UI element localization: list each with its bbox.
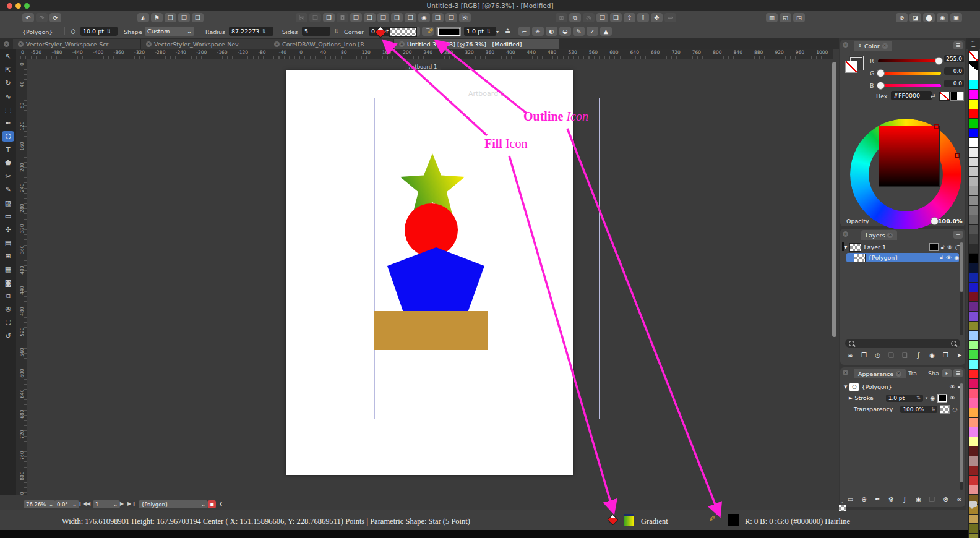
clone-page-icon[interactable]: ❐	[405, 13, 416, 22]
first-page-button[interactable]: ❙◀	[78, 501, 87, 506]
redo-icon[interactable]: ↷	[36, 13, 48, 22]
color-swatch[interactable]	[969, 70, 978, 80]
layer-row-selected[interactable]: {Polygon} 🔓︎ 👁︎ ◉	[846, 253, 959, 262]
color-swatch[interactable]	[969, 90, 978, 100]
color-swatch[interactable]	[969, 302, 978, 312]
color-swatch[interactable]	[969, 408, 978, 418]
target-dim-icon[interactable]: ◎	[583, 13, 595, 22]
blend-tool[interactable]: ⧉	[2, 291, 14, 301]
zoom-level-dropdown[interactable]: 76.26%⌄	[24, 500, 56, 508]
paste-style-icon[interactable]: ⎘	[296, 13, 307, 22]
send-back-icon[interactable]: ❏	[610, 13, 622, 22]
style-settings-icon[interactable]: ⚙	[886, 495, 896, 504]
flag-icon[interactable]: ⚑	[151, 13, 163, 22]
object-selector-dropdown[interactable]: {Polygon}⌄	[139, 500, 208, 508]
dock-collapse-icon[interactable]: ⌄	[840, 498, 845, 504]
layer-duplicate-icon[interactable]: ❐	[859, 351, 869, 360]
disclosure-icon[interactable]: ▼	[844, 385, 847, 390]
color-swatch[interactable]	[969, 129, 978, 139]
sides-stepper[interactable]: ⇅	[334, 28, 338, 34]
pressure-icon[interactable]: ▲	[600, 27, 612, 36]
close-tab-icon[interactable]: ✕	[896, 371, 901, 377]
next-page-button[interactable]: ▶	[120, 501, 124, 506]
calligraphy-icon[interactable]: ✎	[573, 27, 585, 36]
paste-icon[interactable]: ❏	[309, 13, 321, 22]
collapse-left-icon[interactable]: ❮	[219, 501, 224, 506]
page-export-icon[interactable]: ⎘	[459, 13, 471, 22]
style-snapshot-icon[interactable]: ◉	[913, 495, 924, 504]
stroke-color-swatch[interactable]	[937, 394, 947, 403]
appearance-panel-tab[interactable]: Appearance✕	[854, 369, 906, 378]
layers-scrollbar[interactable]	[960, 242, 963, 335]
color-swatch[interactable]	[969, 234, 978, 244]
blue-value[interactable]: 0.0	[944, 80, 964, 87]
layers-search-field[interactable]	[845, 339, 960, 348]
remove-style-icon[interactable]: ⊗	[940, 495, 951, 504]
panel-close-icon[interactable]: ✕	[843, 370, 848, 375]
status-fill-icon[interactable]	[609, 516, 617, 525]
layer-merge-icon[interactable]: ❑	[900, 351, 910, 360]
color-swatch[interactable]	[969, 206, 978, 216]
target-icon[interactable]: ◉	[954, 255, 959, 261]
layer-effects-icon[interactable]: ƒ	[913, 351, 924, 360]
duplicate-style-icon[interactable]: ❐	[927, 495, 937, 504]
close-tab-icon[interactable]: ✕	[274, 41, 280, 47]
color-swatch[interactable]	[969, 466, 978, 476]
color-swatch[interactable]	[969, 322, 978, 331]
transparency-property-row[interactable]: Transparency 100.0%⇅ ◌	[854, 404, 961, 414]
group-pages-icon[interactable]: ❑	[165, 13, 176, 22]
color-swatch[interactable]	[969, 100, 978, 109]
corner-join-icon[interactable]: ⌐	[518, 27, 530, 36]
lasso-tool[interactable]: ∿	[2, 92, 14, 102]
bring-front-icon[interactable]: ❐	[596, 13, 608, 22]
stroke-property-row[interactable]: ▶ Stroke 1.0 pt⇅ ▾ ◉ 👁︎	[849, 393, 961, 403]
symbol-tool[interactable]: ◙	[2, 278, 14, 288]
rotate-view-tool[interactable]: ↻	[2, 78, 14, 88]
stroke-width-field[interactable]: 1.0 pt⇅	[464, 27, 496, 36]
color-swatch[interactable]	[969, 273, 978, 283]
panel-menu-icon[interactable]: ☰	[953, 41, 963, 49]
panel-menu-icon[interactable]: ☰	[953, 231, 963, 239]
last-page-button[interactable]: ▶❙	[127, 501, 137, 506]
layer-filter-icon[interactable]: ≋	[845, 351, 856, 360]
more-tabs-icon[interactable]: ▸	[942, 369, 952, 377]
brush-options-icon[interactable]: ◒	[559, 27, 571, 36]
style-effects-icon[interactable]: ƒ	[900, 495, 910, 504]
transform-copy-icon[interactable]: ❏	[192, 13, 204, 22]
stroke-width-field[interactable]: 1.0 pt⇅	[886, 395, 923, 402]
mesh-tool[interactable]: ▤	[2, 237, 14, 248]
copy-style-icon[interactable]: ❐	[323, 13, 335, 22]
apply-icon[interactable]: ✓	[587, 27, 598, 36]
layer-mask-icon[interactable]: ❏	[886, 351, 896, 360]
palette-handle-icon[interactable]: ∷	[971, 38, 974, 44]
color-panel-tab[interactable]: ⇕Color✕	[854, 41, 892, 51]
color-swatch[interactable]	[969, 418, 978, 428]
add-stroke-icon[interactable]: ✒	[872, 495, 883, 504]
blue-slider[interactable]	[878, 84, 941, 87]
status-stroke-swatch[interactable]	[728, 514, 739, 526]
color-swatch[interactable]	[969, 51, 978, 61]
lock-icon[interactable]: 🔓︎	[940, 254, 943, 261]
direct-select-tool[interactable]: ⇱	[2, 65, 14, 75]
color-swatch[interactable]	[969, 456, 978, 466]
fill-swatch[interactable]	[389, 27, 417, 37]
black-white-swatch[interactable]	[950, 92, 964, 101]
layer-name[interactable]: Layer 1	[864, 244, 927, 250]
transparency-swatch[interactable]	[940, 405, 950, 414]
color-swatch[interactable]	[969, 312, 978, 322]
dash-options-icon[interactable]: ✳	[532, 27, 544, 36]
color-swatch[interactable]	[969, 283, 978, 292]
color-swatch[interactable]	[969, 109, 978, 119]
new-layer-icon[interactable]: ❐	[940, 351, 951, 360]
color-swatch[interactable]	[969, 427, 978, 437]
pattern-tool[interactable]: ▦	[2, 264, 14, 275]
transform-tool[interactable]: ↺	[2, 331, 14, 341]
layer-thumbnail[interactable]	[854, 254, 866, 262]
edit-locked-icon[interactable]: ⊠	[556, 13, 567, 22]
close-tab-icon[interactable]: ✕	[399, 41, 405, 47]
stroke-options-icon[interactable]: ≛	[505, 28, 510, 36]
sync-document-icon[interactable]: ⟳	[49, 13, 61, 22]
transparency-panel-tab[interactable]: Tra	[908, 370, 917, 377]
layer-name[interactable]: {Polygon}	[868, 254, 937, 261]
outline-icon[interactable]: ✎	[427, 27, 434, 36]
